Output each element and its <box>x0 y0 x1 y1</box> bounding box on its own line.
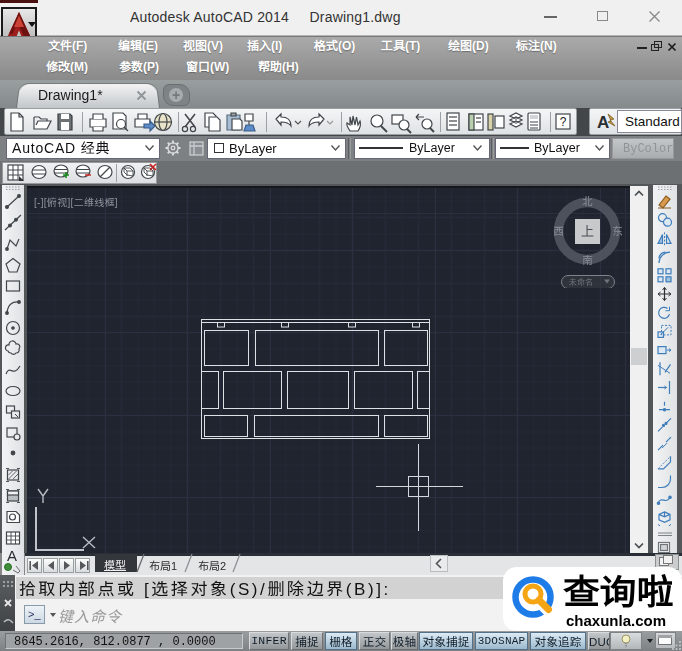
svg-text:A: A <box>597 113 609 132</box>
svg-text:北: 北 <box>582 193 593 208</box>
svg-text:?: ? <box>560 115 567 129</box>
svg-text:西: 西 <box>553 223 564 238</box>
svg-text:未命名: 未命名 <box>569 276 593 287</box>
svg-text:东: 东 <box>612 223 623 238</box>
svg-text:上: 上 <box>581 221 594 240</box>
svg-text:南: 南 <box>582 252 593 267</box>
